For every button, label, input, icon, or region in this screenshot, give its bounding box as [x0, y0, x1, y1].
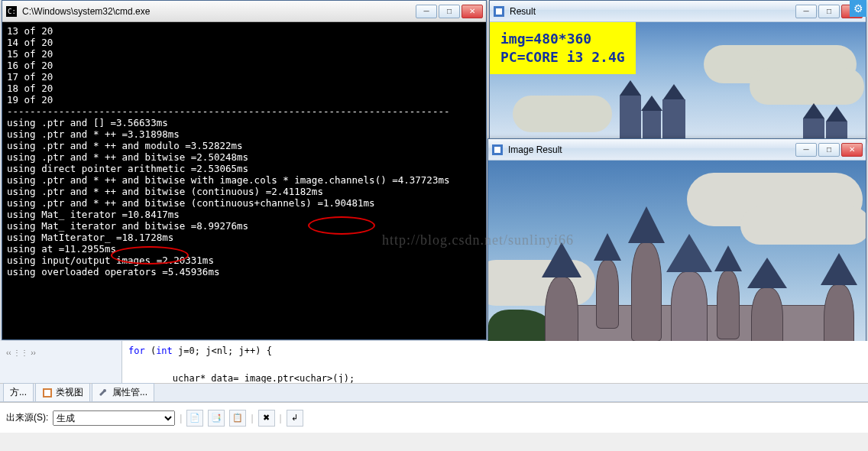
- wrench-icon: [99, 388, 109, 398]
- close-button[interactable]: ✕: [841, 143, 863, 157]
- svg-rect-7: [44, 390, 50, 396]
- minimize-button[interactable]: ─: [795, 143, 817, 157]
- maximize-button[interactable]: □: [818, 143, 840, 157]
- output-source-select[interactable]: 生成: [53, 410, 175, 426]
- ide-gutter: ‹‹ ⋮⋮ ››: [0, 341, 122, 383]
- svg-rect-5: [494, 147, 500, 153]
- app-icon: [493, 5, 505, 18]
- app-icon: [491, 144, 504, 156]
- ide-code-text[interactable]: for (int j=0; j<nl; j++) { uchar* data= …: [122, 341, 868, 383]
- cmd-icon: C:: [5, 5, 18, 18]
- minimize-button[interactable]: ─: [795, 5, 817, 18]
- cmd-titlebar[interactable]: C: C:\Windows\system32\cmd.exe ─ □ ✕: [2, 1, 486, 22]
- collapse-icon[interactable]: ‹‹ ⋮⋮ ››: [6, 349, 36, 357]
- tab-solution[interactable]: 方...: [3, 383, 34, 401]
- tab-classview[interactable]: 类视图: [35, 383, 90, 401]
- ide-tabs: 方... 类视图 属性管...: [0, 384, 868, 402]
- annotation-line1: img=480*360: [500, 30, 625, 48]
- gear-icon[interactable]: ⚙: [850, 0, 866, 17]
- maximize-button[interactable]: □: [818, 5, 840, 18]
- close-button[interactable]: ✕: [462, 5, 483, 18]
- annotation-line2: PC=CORE i3 2.4G: [500, 48, 625, 67]
- maximize-button[interactable]: □: [439, 5, 460, 18]
- svg-rect-3: [496, 8, 502, 15]
- cmd-title: C:\Windows\system32\cmd.exe: [22, 6, 416, 17]
- result-title: Result: [510, 6, 795, 17]
- output-wrap-btn[interactable]: ↲: [287, 410, 303, 427]
- ide-panel: ‹‹ ⋮⋮ ›› for (int j=0; j<nl; j++) { ucha…: [0, 341, 868, 451]
- cmd-output: 13 of 20 14 of 20 15 of 20 16 of 20 17 o…: [2, 22, 486, 339]
- result-window: Result ─ □ ✕ img=480*360 PC=CORE i3 2.4G: [489, 0, 866, 142]
- ide-output-bar: 出来源(S): 生成 | 📄 📑 📋 | ✖ | ↲: [0, 402, 868, 433]
- tab-propmgr[interactable]: 属性管...: [92, 383, 154, 401]
- output-source-label: 出来源(S):: [6, 411, 48, 424]
- minimize-button[interactable]: ─: [416, 5, 437, 18]
- result-titlebar[interactable]: Result ─ □ ✕: [490, 1, 866, 22]
- result-image: img=480*360 PC=CORE i3 2.4G: [490, 22, 866, 141]
- classview-icon: [42, 388, 53, 398]
- output-btn-3[interactable]: 📋: [229, 410, 246, 427]
- ide-code-area: ‹‹ ⋮⋮ ›› for (int j=0; j<nl; j++) { ucha…: [0, 341, 868, 384]
- output-btn-1[interactable]: 📄: [186, 410, 203, 427]
- cmd-window: C: C:\Windows\system32\cmd.exe ─ □ ✕ 13 …: [2, 0, 487, 340]
- output-btn-2[interactable]: 📑: [208, 410, 225, 427]
- output-clear-btn[interactable]: ✖: [258, 410, 275, 427]
- image-annotation: img=480*360 PC=CORE i3 2.4G: [490, 22, 636, 74]
- image-result-titlebar[interactable]: Image Result ─ □ ✕: [488, 139, 866, 161]
- svg-text:C:: C:: [8, 8, 16, 15]
- image-result-title: Image Result: [508, 144, 795, 155]
